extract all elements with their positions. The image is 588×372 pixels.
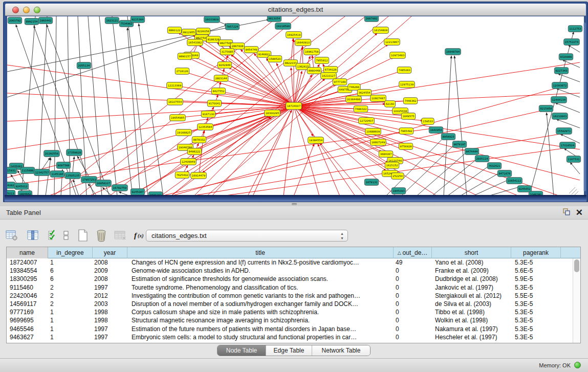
column-header-name[interactable]: name bbox=[7, 247, 48, 258]
network-node[interactable]: 8878332 bbox=[192, 137, 206, 143]
table-cell[interactable]: 5.6E-5 bbox=[511, 267, 561, 275]
network-node[interactable]: 7857224 bbox=[225, 24, 239, 30]
network-node[interactable]: 1623121 bbox=[105, 17, 119, 24]
network-node[interactable]: 9167130 bbox=[201, 111, 215, 118]
network-node[interactable]: 17957253 bbox=[81, 177, 97, 183]
network-node[interactable]: 8860122 bbox=[167, 27, 181, 34]
float-panel-icon[interactable] bbox=[562, 208, 571, 218]
column-header-out_de[interactable]: △out_de… bbox=[394, 247, 432, 258]
network-node[interactable]: 10807487 bbox=[371, 95, 386, 102]
table-cell[interactable]: Corpus callosum shape and size in male p… bbox=[127, 308, 394, 316]
table-cell[interactable]: Structural magnetic resonance image aver… bbox=[127, 316, 394, 324]
table-cell[interactable]: Hescheler et al. (1997) bbox=[432, 333, 511, 341]
table-row[interactable]: 2242004622012Investigating the contribut… bbox=[7, 292, 573, 300]
table-cell[interactable]: de Silva et al. (2003) bbox=[432, 300, 511, 308]
network-node[interactable]: 9215364 bbox=[130, 16, 144, 23]
network-node[interactable]: 19384554 bbox=[308, 137, 324, 144]
table-scrollbar[interactable] bbox=[573, 258, 580, 343]
network-node[interactable]: 8454749 bbox=[244, 47, 258, 53]
network-node[interactable]: 9245012 bbox=[14, 183, 28, 190]
table-cell[interactable]: 2 bbox=[48, 300, 93, 308]
table-cell[interactable]: Nakamura et al. (1997) bbox=[432, 325, 511, 333]
table-cell[interactable]: 5.3E-5 bbox=[511, 300, 561, 308]
network-node[interactable]: 9679197 bbox=[452, 141, 466, 148]
table-row[interactable]: 969969511998Structural magnetic resonanc… bbox=[7, 316, 573, 324]
network-node[interactable]: 2063792 bbox=[8, 17, 21, 24]
table-cell[interactable]: Franke et al. (2009) bbox=[432, 267, 511, 275]
divider-handle[interactable] bbox=[292, 203, 297, 205]
tab-node-table[interactable]: Node Table bbox=[217, 345, 266, 356]
new-table-icon[interactable] bbox=[77, 228, 89, 243]
network-node[interactable]: 16782759 bbox=[112, 185, 128, 191]
network-node[interactable]: 19654985 bbox=[170, 115, 186, 121]
network-node[interactable]: 16961758 bbox=[304, 49, 320, 55]
table-cell[interactable]: 1998 bbox=[93, 308, 127, 316]
network-node[interactable]: 7485063 bbox=[397, 67, 411, 74]
network-node[interactable]: 2718126 bbox=[175, 68, 189, 75]
network-node[interactable]: 1167531 bbox=[567, 156, 580, 163]
network-node[interactable]: 8990448 bbox=[307, 68, 321, 74]
table-cell[interactable]: 0 bbox=[394, 333, 432, 341]
table-cell[interactable]: Investigating the contribution of common… bbox=[127, 292, 394, 300]
network-node[interactable]: 1112753 bbox=[568, 26, 582, 32]
table-cell[interactable]: Dudbridge et al. (2008) bbox=[432, 275, 511, 283]
network-node[interactable]: 8992154 bbox=[25, 18, 38, 25]
row-height-icon[interactable] bbox=[62, 228, 70, 243]
network-node[interactable]: 1649575 bbox=[401, 113, 415, 120]
table-row[interactable]: 977716911998Corpus callosum shape and si… bbox=[7, 308, 573, 316]
table-cell[interactable]: Jankovic et al. (1997) bbox=[432, 283, 511, 292]
table-cell[interactable]: 0 bbox=[394, 325, 432, 333]
network-node[interactable]: 17016504 bbox=[560, 142, 576, 149]
table-cell[interactable]: Genome-wide association studies in ADHD. bbox=[127, 267, 394, 275]
table-cell[interactable]: 5.3E-5 bbox=[511, 258, 561, 267]
network-node[interactable]: 2803144 bbox=[214, 75, 228, 82]
network-node[interactable]: 7955812 bbox=[315, 57, 329, 64]
network-node[interactable]: 16033809 bbox=[204, 16, 220, 23]
table-row[interactable]: 1830029562008Estimation of significance … bbox=[7, 275, 573, 283]
table-cell[interactable]: 0 bbox=[394, 316, 432, 324]
table-cell[interactable]: Tourette syndrome. Phenomenology and cla… bbox=[127, 283, 394, 292]
network-node[interactable]: 19218596 bbox=[275, 23, 291, 30]
network-node[interactable]: 15592971 bbox=[556, 128, 572, 135]
table-cell[interactable]: 5.9E-5 bbox=[511, 275, 561, 283]
network-node[interactable]: 9245652 bbox=[517, 186, 531, 192]
table-cell[interactable]: 2009 bbox=[93, 267, 127, 275]
column-header-pagerank[interactable]: pagerank bbox=[511, 247, 561, 258]
network-node[interactable]: 8498222 bbox=[187, 148, 201, 155]
column-header-short[interactable]: short bbox=[432, 247, 511, 258]
table-cell[interactable]: 2 bbox=[48, 292, 93, 300]
network-node[interactable]: 9170041 bbox=[207, 100, 221, 107]
delete-rows-icon[interactable] bbox=[95, 228, 107, 243]
network-node[interactable]: 8427552 bbox=[211, 88, 225, 95]
table-cell[interactable]: 0 bbox=[394, 267, 432, 275]
close-panel-icon[interactable]: ✕ bbox=[576, 208, 583, 217]
table-cell[interactable]: 0 bbox=[394, 283, 432, 292]
delete-table-icon[interactable] bbox=[114, 228, 127, 243]
network-node[interactable]: 12409949 bbox=[181, 159, 197, 165]
network-node[interactable]: 9245087 bbox=[130, 189, 144, 195]
table-row[interactable]: 911546021997Tourette syndrome. Phenomeno… bbox=[7, 283, 573, 292]
network-node[interactable]: 1115686 bbox=[20, 167, 34, 174]
table-scrollbar-thumb[interactable] bbox=[574, 259, 579, 272]
network-node-hub[interactable]: 18724007 bbox=[286, 102, 302, 110]
table-cell[interactable]: 1997 bbox=[93, 325, 127, 333]
select-columns-icon[interactable] bbox=[47, 228, 58, 243]
network-node[interactable]: 3175685 bbox=[220, 49, 234, 55]
network-node[interactable]: 8215958 bbox=[539, 105, 553, 112]
network-node[interactable]: 12093872 bbox=[552, 82, 568, 89]
network-node[interactable]: 1640954 bbox=[429, 127, 443, 134]
table-cell[interactable]: 18300295 bbox=[7, 275, 48, 283]
network-node[interactable]: 8958923 bbox=[441, 134, 455, 140]
table-cell[interactable]: Estimation of the future numbers of pati… bbox=[127, 325, 394, 333]
table-cell[interactable]: 2 bbox=[48, 283, 93, 292]
network-node[interactable]: 12353584 bbox=[198, 124, 213, 130]
table-cell[interactable]: Embryonic stem cells: a model to study s… bbox=[127, 333, 394, 341]
table-cell[interactable]: 1 bbox=[48, 333, 93, 341]
network-node[interactable]: 7965492 bbox=[399, 128, 413, 135]
network-node[interactable]: 9097588 bbox=[56, 162, 70, 169]
network-node[interactable]: 7446362 bbox=[403, 98, 417, 104]
table-row[interactable]: 946362711997Embryonic stem cells: a mode… bbox=[7, 333, 573, 341]
network-node[interactable]: 15751074 bbox=[564, 39, 580, 46]
table-cell[interactable]: 9115460 bbox=[7, 283, 48, 292]
network-node[interactable]: 8226058 bbox=[196, 28, 210, 35]
